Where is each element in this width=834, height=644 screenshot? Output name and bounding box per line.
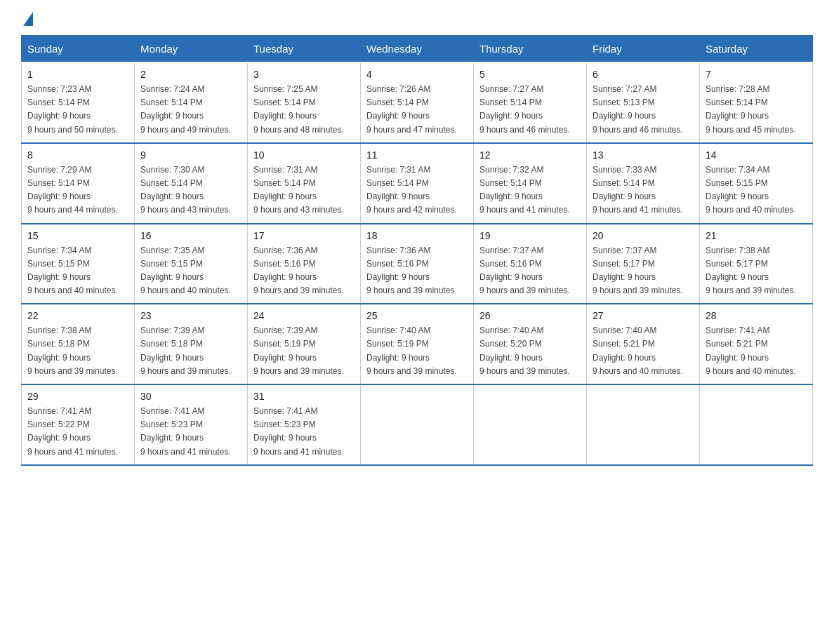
day-number: 17: [253, 230, 355, 241]
day-info: Sunrise: 7:24 AMSunset: 5:14 PMDaylight:…: [140, 83, 241, 137]
logo-arrow-icon: [23, 12, 33, 26]
day-number: 3: [253, 69, 355, 80]
page-header: [21, 14, 813, 28]
day-info: Sunrise: 7:40 AMSunset: 5:20 PMDaylight:…: [479, 324, 581, 378]
day-number: 22: [27, 310, 128, 321]
calendar-day-cell: 1Sunrise: 7:23 AMSunset: 5:14 PMDaylight…: [22, 62, 135, 143]
calendar-day-cell: [700, 384, 813, 465]
day-number: 13: [593, 149, 694, 161]
day-info: Sunrise: 7:40 AMSunset: 5:19 PMDaylight:…: [366, 324, 468, 378]
weekday-header-sunday: Sunday: [22, 36, 135, 63]
calendar-day-cell: 9Sunrise: 7:30 AMSunset: 5:14 PMDaylight…: [135, 143, 248, 224]
calendar-day-cell: 2Sunrise: 7:24 AMSunset: 5:14 PMDaylight…: [135, 62, 248, 143]
day-info: Sunrise: 7:28 AMSunset: 5:14 PMDaylight:…: [706, 83, 807, 137]
calendar-day-cell: 6Sunrise: 7:27 AMSunset: 5:13 PMDaylight…: [587, 62, 700, 143]
day-number: 9: [140, 149, 241, 161]
day-info: Sunrise: 7:30 AMSunset: 5:14 PMDaylight:…: [140, 163, 241, 217]
day-info: Sunrise: 7:38 AMSunset: 5:18 PMDaylight:…: [27, 324, 128, 378]
day-number: 18: [366, 230, 468, 241]
calendar-week-row: 8Sunrise: 7:29 AMSunset: 5:14 PMDaylight…: [22, 143, 813, 224]
weekday-header-friday: Friday: [587, 36, 700, 63]
day-info: Sunrise: 7:38 AMSunset: 5:17 PMDaylight:…: [706, 244, 807, 298]
calendar-day-cell: 13Sunrise: 7:33 AMSunset: 5:14 PMDayligh…: [587, 143, 700, 224]
day-number: 31: [253, 391, 355, 402]
day-number: 6: [593, 69, 694, 80]
calendar-day-cell: [361, 384, 474, 465]
calendar-day-cell: 16Sunrise: 7:35 AMSunset: 5:15 PMDayligh…: [135, 224, 248, 304]
day-info: Sunrise: 7:36 AMSunset: 5:16 PMDaylight:…: [366, 244, 468, 298]
day-number: 2: [140, 69, 241, 80]
day-info: Sunrise: 7:41 AMSunset: 5:22 PMDaylight:…: [27, 405, 128, 459]
day-number: 10: [253, 149, 355, 161]
calendar-day-cell: 26Sunrise: 7:40 AMSunset: 5:20 PMDayligh…: [474, 304, 587, 384]
calendar-day-cell: 18Sunrise: 7:36 AMSunset: 5:16 PMDayligh…: [361, 224, 474, 304]
day-number: 1: [27, 69, 128, 80]
day-number: 28: [706, 310, 807, 321]
day-number: 19: [479, 230, 581, 241]
calendar-day-cell: 20Sunrise: 7:37 AMSunset: 5:17 PMDayligh…: [587, 224, 700, 304]
day-info: Sunrise: 7:34 AMSunset: 5:15 PMDaylight:…: [706, 163, 807, 217]
calendar-day-cell: 27Sunrise: 7:40 AMSunset: 5:21 PMDayligh…: [587, 304, 700, 384]
calendar-day-cell: 5Sunrise: 7:27 AMSunset: 5:14 PMDaylight…: [474, 62, 587, 143]
day-number: 20: [593, 230, 694, 241]
day-info: Sunrise: 7:41 AMSunset: 5:23 PMDaylight:…: [253, 405, 355, 459]
calendar-day-cell: 30Sunrise: 7:41 AMSunset: 5:23 PMDayligh…: [135, 384, 248, 465]
day-number: 15: [27, 230, 128, 241]
day-info: Sunrise: 7:29 AMSunset: 5:14 PMDaylight:…: [27, 163, 128, 217]
day-number: 11: [366, 149, 468, 161]
calendar-day-cell: 25Sunrise: 7:40 AMSunset: 5:19 PMDayligh…: [361, 304, 474, 384]
day-number: 21: [706, 230, 807, 241]
calendar-day-cell: 24Sunrise: 7:39 AMSunset: 5:19 PMDayligh…: [248, 304, 361, 384]
day-number: 26: [479, 310, 581, 321]
calendar-day-cell: 12Sunrise: 7:32 AMSunset: 5:14 PMDayligh…: [474, 143, 587, 224]
day-info: Sunrise: 7:37 AMSunset: 5:17 PMDaylight:…: [593, 244, 694, 298]
calendar-week-row: 22Sunrise: 7:38 AMSunset: 5:18 PMDayligh…: [22, 304, 813, 384]
calendar-day-cell: 21Sunrise: 7:38 AMSunset: 5:17 PMDayligh…: [700, 224, 813, 304]
day-number: 4: [366, 69, 468, 80]
calendar-day-cell: 22Sunrise: 7:38 AMSunset: 5:18 PMDayligh…: [22, 304, 135, 384]
day-number: 14: [706, 149, 807, 161]
calendar-day-cell: 10Sunrise: 7:31 AMSunset: 5:14 PMDayligh…: [248, 143, 361, 224]
calendar-day-cell: 7Sunrise: 7:28 AMSunset: 5:14 PMDaylight…: [700, 62, 813, 143]
calendar-day-cell: 29Sunrise: 7:41 AMSunset: 5:22 PMDayligh…: [22, 384, 135, 465]
calendar-day-cell: 23Sunrise: 7:39 AMSunset: 5:18 PMDayligh…: [135, 304, 248, 384]
calendar-week-row: 1Sunrise: 7:23 AMSunset: 5:14 PMDaylight…: [22, 62, 813, 143]
calendar-day-cell: 31Sunrise: 7:41 AMSunset: 5:23 PMDayligh…: [248, 384, 361, 465]
day-info: Sunrise: 7:41 AMSunset: 5:21 PMDaylight:…: [706, 324, 807, 378]
weekday-header-thursday: Thursday: [474, 36, 587, 63]
day-info: Sunrise: 7:25 AMSunset: 5:14 PMDaylight:…: [253, 83, 355, 137]
weekday-header-wednesday: Wednesday: [361, 36, 474, 63]
weekday-header-saturday: Saturday: [700, 36, 813, 63]
calendar-day-cell: 3Sunrise: 7:25 AMSunset: 5:14 PMDaylight…: [248, 62, 361, 143]
weekday-header-row: SundayMondayTuesdayWednesdayThursdayFrid…: [22, 36, 813, 63]
logo: [21, 14, 33, 28]
day-number: 29: [27, 391, 128, 402]
calendar-day-cell: [587, 384, 700, 465]
calendar-table: SundayMondayTuesdayWednesdayThursdayFrid…: [21, 35, 813, 466]
day-info: Sunrise: 7:40 AMSunset: 5:21 PMDaylight:…: [593, 324, 694, 378]
day-number: 12: [479, 149, 581, 161]
day-number: 7: [706, 69, 807, 80]
day-info: Sunrise: 7:27 AMSunset: 5:14 PMDaylight:…: [479, 83, 581, 137]
day-info: Sunrise: 7:41 AMSunset: 5:23 PMDaylight:…: [140, 405, 241, 459]
day-info: Sunrise: 7:27 AMSunset: 5:13 PMDaylight:…: [593, 83, 694, 137]
calendar-day-cell: 11Sunrise: 7:31 AMSunset: 5:14 PMDayligh…: [361, 143, 474, 224]
day-info: Sunrise: 7:33 AMSunset: 5:14 PMDaylight:…: [593, 163, 694, 217]
weekday-header-tuesday: Tuesday: [248, 36, 361, 63]
calendar-week-row: 29Sunrise: 7:41 AMSunset: 5:22 PMDayligh…: [22, 384, 813, 465]
day-info: Sunrise: 7:34 AMSunset: 5:15 PMDaylight:…: [27, 244, 128, 298]
day-number: 24: [253, 310, 355, 321]
calendar-day-cell: 4Sunrise: 7:26 AMSunset: 5:14 PMDaylight…: [361, 62, 474, 143]
day-number: 5: [479, 69, 581, 80]
calendar-day-cell: [474, 384, 587, 465]
calendar-day-cell: 17Sunrise: 7:36 AMSunset: 5:16 PMDayligh…: [248, 224, 361, 304]
calendar-day-cell: 15Sunrise: 7:34 AMSunset: 5:15 PMDayligh…: [22, 224, 135, 304]
day-info: Sunrise: 7:31 AMSunset: 5:14 PMDaylight:…: [366, 163, 468, 217]
day-number: 25: [366, 310, 468, 321]
day-number: 27: [593, 310, 694, 321]
day-number: 30: [140, 391, 241, 402]
day-info: Sunrise: 7:37 AMSunset: 5:16 PMDaylight:…: [479, 244, 581, 298]
calendar-day-cell: 28Sunrise: 7:41 AMSunset: 5:21 PMDayligh…: [700, 304, 813, 384]
calendar-day-cell: 8Sunrise: 7:29 AMSunset: 5:14 PMDaylight…: [22, 143, 135, 224]
day-info: Sunrise: 7:36 AMSunset: 5:16 PMDaylight:…: [253, 244, 355, 298]
